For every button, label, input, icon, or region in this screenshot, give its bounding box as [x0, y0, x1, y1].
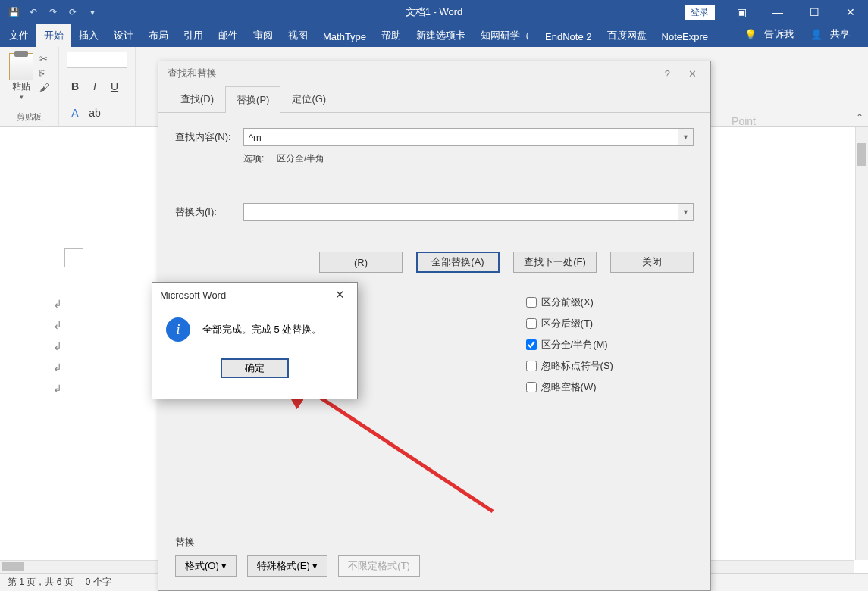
underline-button[interactable]: U	[106, 78, 123, 95]
find-value: ^m	[249, 132, 262, 143]
title-bar: 💾 ↶ ↷ ⟳ ▾ 文档1 - Word 登录 ▣ — ☐ ✕	[0, 0, 868, 24]
document-canvas[interactable]: ↲ ↲ ↲ ↲ ↲	[23, 157, 159, 399]
check-fullhalf[interactable]: 区分全/半角(M)	[526, 338, 613, 352]
save-icon[interactable]: 💾	[6, 5, 21, 20]
find-input[interactable]: ^m ▼	[243, 128, 694, 146]
more-button[interactable]: (R)	[319, 252, 403, 273]
redo-icon[interactable]: ↷	[45, 5, 61, 20]
italic-button[interactable]: I	[86, 78, 103, 95]
ok-button[interactable]: 确定	[221, 358, 289, 378]
replace-input[interactable]: ▼	[243, 203, 694, 221]
tab-review[interactable]: 审阅	[246, 24, 280, 47]
tab-home[interactable]: 开始	[36, 24, 71, 47]
paragraph-mark: ↲	[23, 314, 159, 336]
maximize-icon[interactable]: ☐	[797, 0, 832, 24]
undo-icon[interactable]: ↶	[26, 5, 41, 20]
clipboard-icon	[9, 53, 33, 80]
refresh-icon[interactable]: ⟳	[65, 5, 80, 20]
tab-insert[interactable]: 插入	[71, 24, 106, 47]
tell-me[interactable]: 💡 告诉我	[740, 21, 803, 47]
cut-icon[interactable]: ✂	[39, 53, 49, 64]
format-button[interactable]: 格式(O) ▾	[175, 555, 237, 577]
collapse-ribbon-icon[interactable]: ⌃	[856, 112, 863, 123]
ribbon-tabs: 文件 开始 插入 设计 布局 引用 邮件 审阅 视图 MathType 帮助 新…	[0, 24, 868, 47]
login-button[interactable]: 登录	[685, 5, 715, 20]
paragraph-mark: ↲	[23, 293, 159, 314]
tab-references[interactable]: 引用	[176, 24, 211, 47]
message-box: Microsoft Word ✕ i 全部完成。完成 5 处替换。 确定	[152, 282, 358, 399]
msgbox-title: Microsoft Word	[160, 289, 226, 301]
font-color-button[interactable]: A	[67, 105, 83, 121]
find-next-button[interactable]: 查找下一处(F)	[513, 252, 597, 273]
msgbox-message: 全部完成。完成 5 处替换。	[202, 323, 321, 336]
quick-access-toolbar: 💾 ↶ ↷ ⟳ ▾	[0, 5, 100, 20]
copy-icon[interactable]: ⎘	[39, 67, 49, 79]
group-font: B I U A ab	[59, 47, 136, 126]
no-format-button: 不限定格式(T)	[338, 555, 420, 577]
info-icon: i	[166, 317, 190, 342]
options-label: 选项:	[243, 153, 264, 164]
customize-qat-icon[interactable]: ▾	[85, 5, 100, 20]
tab-layout[interactable]: 布局	[141, 24, 176, 47]
paragraph-mark: ↲	[23, 336, 159, 357]
minimize-icon[interactable]: —	[760, 0, 795, 24]
replace-section-label: 替换	[175, 536, 694, 549]
close-icon[interactable]: ✕	[833, 0, 868, 24]
dialog-title: 查找和替换	[168, 67, 217, 80]
ribbon-display-icon[interactable]: ▣	[724, 0, 759, 24]
window-title: 文档1 - Word	[406, 5, 463, 19]
tab-file[interactable]: 文件	[2, 24, 36, 47]
tab-find[interactable]: 查找(D)	[169, 86, 225, 112]
check-punct[interactable]: 忽略标点符号(S)	[526, 359, 613, 373]
tab-design[interactable]: 设计	[106, 24, 141, 47]
highlight-button[interactable]: ab	[86, 105, 103, 121]
vertical-scrollbar[interactable]	[855, 127, 868, 560]
msgbox-close-icon[interactable]: ✕	[331, 286, 349, 303]
group-label-clipboard: 剪贴板	[6, 108, 52, 123]
dialog-tabs: 查找(D) 替换(P) 定位(G)	[158, 86, 710, 113]
replace-all-button[interactable]: 全部替换(A)	[416, 252, 500, 273]
options-value: 区分全/半角	[277, 153, 324, 164]
format-painter-icon[interactable]: 🖌	[39, 82, 49, 93]
replace-label: 替换为(I):	[175, 205, 243, 219]
check-suffix[interactable]: 区分后缀(T)	[526, 317, 613, 330]
special-format-button[interactable]: 特殊格式(E) ▾	[247, 555, 327, 577]
paste-label: 粘贴	[12, 80, 30, 93]
tab-replace[interactable]: 替换(P)	[225, 86, 280, 113]
tab-cnki[interactable]: 知网研学（	[473, 24, 537, 47]
tab-mailings[interactable]: 邮件	[211, 24, 246, 47]
check-space[interactable]: 忽略空格(W)	[526, 380, 613, 394]
tab-view[interactable]: 视图	[280, 24, 315, 47]
placeholder-hint: Point	[732, 115, 756, 127]
find-label: 查找内容(N):	[175, 130, 243, 144]
dialog-close-icon[interactable]: ✕	[684, 67, 701, 81]
chevron-down-icon[interactable]: ▼	[678, 129, 693, 145]
tab-newtab[interactable]: 新建选项卡	[409, 24, 473, 47]
share-button[interactable]: 👤 共享	[806, 21, 859, 47]
font-name-combo[interactable]	[67, 52, 127, 68]
page-indicator[interactable]: 第 1 页，共 6 页	[8, 576, 74, 589]
chevron-down-icon[interactable]: ▼	[678, 204, 693, 220]
tab-help[interactable]: 帮助	[374, 24, 409, 47]
group-clipboard: 粘贴 ▾ ✂ ⎘ 🖌 剪贴板	[0, 47, 59, 126]
tab-endnote[interactable]: EndNote 2	[537, 27, 599, 47]
bold-button[interactable]: B	[67, 78, 83, 95]
tab-goto[interactable]: 定位(G)	[280, 86, 337, 112]
dialog-title-bar: 查找和替换 ? ✕	[158, 61, 710, 86]
tab-baidu[interactable]: 百度网盘	[600, 24, 654, 47]
word-count[interactable]: 0 个字	[86, 576, 111, 589]
tab-noteexpress[interactable]: NoteExpre	[654, 27, 716, 47]
close-button[interactable]: 关闭	[610, 252, 694, 273]
paragraph-mark: ↲	[23, 357, 159, 378]
tab-mathtype[interactable]: MathType	[315, 27, 374, 47]
paste-button[interactable]: 粘贴 ▾	[6, 50, 36, 104]
help-icon[interactable]: ?	[660, 67, 675, 81]
paragraph-mark: ↲	[23, 378, 159, 399]
check-prefix[interactable]: 区分前缀(X)	[526, 296, 613, 309]
